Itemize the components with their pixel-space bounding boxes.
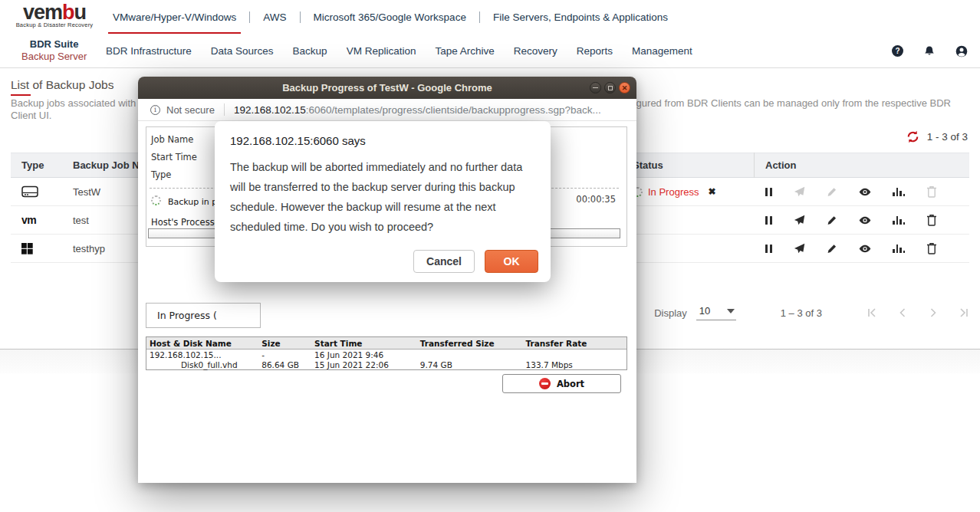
last-page-icon[interactable] xyxy=(959,307,969,318)
col-status: Status xyxy=(622,159,754,171)
report-icon[interactable] xyxy=(893,216,905,225)
abort-x-icon[interactable] xyxy=(708,186,715,197)
job-type-cell xyxy=(11,243,62,254)
host-name: 192.168.102.15... xyxy=(146,350,261,359)
window-controls xyxy=(590,82,630,94)
description-left: Backup jobs associated with this xyxy=(11,97,154,109)
pagination: Display 10 1 – 3 of 3 xyxy=(654,302,969,323)
col-host-disk: Host & Disk Name xyxy=(146,339,261,348)
cancel-button[interactable]: Cancel xyxy=(413,250,475,273)
disk-size: 86.64 GB xyxy=(261,360,314,369)
windows-icon xyxy=(21,243,33,254)
view-icon[interactable] xyxy=(859,245,871,253)
first-page-icon[interactable] xyxy=(867,307,877,318)
tab-aws[interactable]: AWS xyxy=(261,11,288,23)
job-action-cell xyxy=(754,185,969,198)
prev-page-icon[interactable] xyxy=(897,307,908,318)
menu-vm-replication[interactable]: VM Replication xyxy=(347,45,416,57)
record-count: 1 - 3 of 3 xyxy=(927,131,968,143)
bell-icon[interactable] xyxy=(923,45,936,57)
disk-name: Disk0_full.vhd xyxy=(146,360,261,369)
window-titlebar[interactable]: Backup Progress of TestW - Google Chrome xyxy=(138,77,636,99)
detail-row: Disk0_full.vhd 86.64 GB 15 Jun 2021 22:0… xyxy=(146,359,626,369)
close-button[interactable] xyxy=(619,82,630,94)
col-start-time: Start Time xyxy=(314,339,420,348)
run-icon[interactable] xyxy=(794,186,805,198)
start-time: 16 Jun 2021 9:46 xyxy=(314,350,420,359)
nav-separator xyxy=(300,11,301,23)
page-range: 1 – 3 of 3 xyxy=(781,307,822,319)
edit-icon[interactable] xyxy=(827,186,837,198)
security-label: Not secure xyxy=(166,104,215,116)
page-description-line2: Client UI. xyxy=(11,110,51,121)
record-count-area: 1 - 3 of 3 xyxy=(906,130,968,143)
elapsed-time: 00:00:35 xyxy=(576,194,616,205)
product-header: BDR Suite Backup Server BDR Infrastructu… xyxy=(0,34,980,68)
refresh-icon[interactable] xyxy=(906,130,919,143)
report-icon[interactable] xyxy=(893,245,905,253)
view-icon[interactable] xyxy=(859,216,871,225)
col-size: Size xyxy=(261,339,314,348)
col-action: Action xyxy=(754,153,969,178)
info-icon[interactable] xyxy=(150,105,160,115)
job-type-cell xyxy=(11,185,62,198)
tab-m365-google[interactable]: Microsoft 365/Google Workspace xyxy=(312,11,468,23)
disk-size: - xyxy=(261,350,314,359)
run-icon[interactable] xyxy=(794,243,805,254)
job-status-cell: In Progress xyxy=(622,186,754,198)
chevron-down-icon xyxy=(727,309,735,313)
top-header: vembu Backup & Disaster Recovery VMware/… xyxy=(0,0,980,34)
view-icon[interactable] xyxy=(859,188,871,196)
minimize-button[interactable] xyxy=(590,82,601,94)
menu-tape-archive[interactable]: Tape Archive xyxy=(435,45,494,57)
ok-button[interactable]: OK xyxy=(485,250,538,273)
edit-icon[interactable] xyxy=(827,243,837,254)
start-time-label: Start Time xyxy=(151,152,197,162)
job-type-cell: vm xyxy=(11,214,62,226)
job-action-cell xyxy=(754,214,969,226)
menu-bdr-infrastructure[interactable]: BDR Infrastructure xyxy=(106,45,192,57)
help-icon[interactable] xyxy=(892,45,903,57)
delete-icon[interactable] xyxy=(926,185,937,198)
transferred-size: 9.74 GB xyxy=(420,360,526,369)
edit-icon[interactable] xyxy=(827,215,837,226)
vembu-wordmark: vembu xyxy=(9,2,100,23)
account-icon[interactable] xyxy=(955,45,968,57)
disk-icon xyxy=(21,185,38,198)
title-underline xyxy=(11,94,31,96)
disk-progress-table: Host & Disk Name Size Start Time Transfe… xyxy=(146,336,627,370)
report-icon[interactable] xyxy=(893,188,905,196)
pause-icon[interactable] xyxy=(765,188,772,196)
next-page-icon[interactable] xyxy=(928,307,939,318)
menu-management[interactable]: Management xyxy=(632,45,692,57)
menu-reports[interactable]: Reports xyxy=(577,45,613,57)
tab-vmware-hyperv-windows[interactable]: VMware/Hyper-V/Windows xyxy=(111,11,238,23)
transfer-rate: 133.7 Mbps xyxy=(526,360,626,369)
page-title: List of Backup Jobs xyxy=(11,78,113,92)
run-icon[interactable] xyxy=(794,215,805,226)
nav-separator xyxy=(479,11,480,23)
description-right: jobs configured from BDR Clients can be … xyxy=(594,97,951,109)
tab-in-progress[interactable]: In Progress ( xyxy=(146,303,261,328)
nav-separator xyxy=(249,11,250,23)
pause-icon[interactable] xyxy=(765,245,772,253)
menu-recovery[interactable]: Recovery xyxy=(514,45,557,57)
menu-backup[interactable]: Backup xyxy=(293,45,327,57)
url-text: 192.168.102.15:6060/templates/progress/c… xyxy=(234,104,601,116)
suite-server: Backup Server xyxy=(21,51,87,63)
delete-icon[interactable] xyxy=(926,242,937,254)
abort-button[interactable]: Abort xyxy=(502,374,621,393)
url-bar[interactable]: Not secure 192.168.102.15:6060/templates… xyxy=(138,99,636,121)
suite-name: BDR Suite xyxy=(21,38,87,51)
vembu-logo[interactable]: vembu Backup & Disaster Recovery xyxy=(9,2,100,28)
edition-nav: VMware/Hyper-V/Windows AWS Microsoft 365… xyxy=(111,0,669,34)
menu-data-sources[interactable]: Data Sources xyxy=(211,45,274,57)
tab-fileservers-endpoints[interactable]: File Servers, Endpoints & Applications xyxy=(492,11,669,23)
pause-icon[interactable] xyxy=(765,216,772,225)
url-separator xyxy=(224,103,225,116)
display-label: Display xyxy=(654,307,687,319)
col-transfer-rate: Transfer Rate xyxy=(526,339,626,348)
maximize-button[interactable] xyxy=(604,82,616,94)
page-size-select[interactable]: 10 xyxy=(696,305,736,320)
delete-icon[interactable] xyxy=(926,214,937,226)
